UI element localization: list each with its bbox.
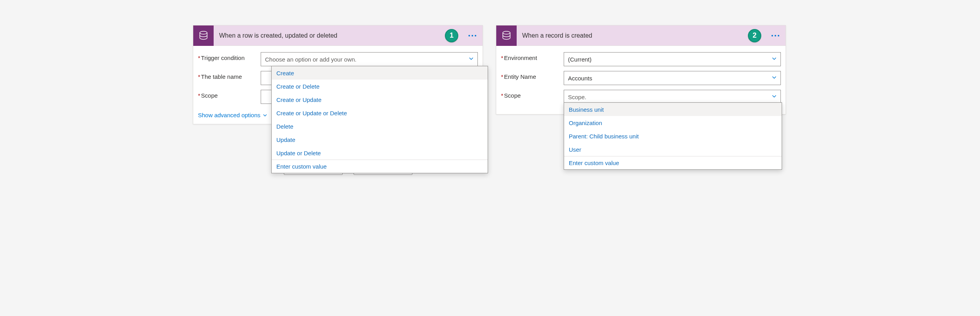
dropdown-option[interactable]: Create xyxy=(272,66,488,80)
row-entity-name: *Entity Name Accounts xyxy=(501,71,781,85)
required-star: * xyxy=(198,92,200,99)
card-header[interactable]: When a row is created, updated or delete… xyxy=(193,25,483,46)
dropdown-option[interactable]: Update xyxy=(272,133,488,146)
required-star: * xyxy=(198,54,200,61)
svg-point-6 xyxy=(775,35,776,36)
dropdown-option[interactable]: Create or Delete xyxy=(272,80,488,93)
trigger-condition-placeholder: Choose an option or add your own. xyxy=(265,56,357,63)
step-badge: 2 xyxy=(748,29,761,42)
dataverse-icon xyxy=(193,25,214,46)
dropdown-option[interactable]: Create or Update xyxy=(272,93,488,106)
label-entity-name: *Entity Name xyxy=(501,71,564,80)
environment-value: (Current) xyxy=(568,56,592,63)
row-scope: *Scope Scope. xyxy=(501,90,781,104)
trigger-condition-dropdown[interactable]: CreateCreate or DeleteCreate or UpdateCr… xyxy=(271,66,488,173)
card-title: When a row is created, updated or delete… xyxy=(214,32,445,39)
svg-point-7 xyxy=(778,35,779,36)
dropdown-option[interactable]: User xyxy=(564,143,782,156)
label-table-name: *The table name xyxy=(198,71,261,80)
entity-name-select[interactable]: Accounts xyxy=(564,71,781,85)
svg-point-2 xyxy=(472,35,473,36)
label-trigger-condition: *Trigger condition xyxy=(198,52,261,61)
svg-point-3 xyxy=(475,35,476,36)
svg-point-1 xyxy=(468,35,470,36)
environment-select[interactable]: (Current) xyxy=(564,52,781,66)
dropdown-option[interactable]: Update or Delete xyxy=(272,146,488,160)
step-badge: 1 xyxy=(445,29,458,42)
dropdown-enter-custom[interactable]: Enter custom value xyxy=(564,156,782,169)
label-environment: *Environment xyxy=(501,52,564,61)
required-star: * xyxy=(501,73,503,80)
svg-point-0 xyxy=(200,31,207,34)
scope-value: Scope. xyxy=(568,94,586,100)
dropdown-option[interactable]: Delete xyxy=(272,120,488,133)
label-scope: *Scope xyxy=(501,90,564,99)
required-star: * xyxy=(501,92,503,99)
required-star: * xyxy=(501,54,503,61)
dropdown-option[interactable]: Create or Update or Delete xyxy=(272,106,488,120)
label-scope: *Scope xyxy=(198,90,261,99)
required-star: * xyxy=(198,73,200,80)
more-button[interactable] xyxy=(465,35,480,37)
show-advanced-options-link[interactable]: Show advanced options xyxy=(198,112,268,118)
row-trigger-condition: *Trigger condition Choose an option or a… xyxy=(198,52,478,66)
svg-point-4 xyxy=(503,31,510,34)
svg-point-5 xyxy=(771,35,773,36)
dataverse-icon xyxy=(496,25,517,46)
dropdown-option[interactable]: Parent: Child business unit xyxy=(564,129,782,143)
card-title: When a record is created xyxy=(517,32,748,39)
entity-name-value: Accounts xyxy=(568,75,592,82)
dropdown-option[interactable]: Organization xyxy=(564,116,782,129)
chevron-down-icon xyxy=(262,112,268,118)
trigger-card-right: When a record is created 2 *Environment … xyxy=(496,25,786,114)
scope-dropdown[interactable]: Business unitOrganizationParent: Child b… xyxy=(564,102,782,170)
dropdown-enter-custom[interactable]: Enter custom value xyxy=(272,160,488,173)
dropdown-option[interactable]: Business unit xyxy=(564,103,782,116)
more-button[interactable] xyxy=(768,35,783,37)
scope-select[interactable]: Scope. xyxy=(564,90,781,104)
trigger-condition-select[interactable]: Choose an option or add your own. xyxy=(261,52,478,66)
row-environment: *Environment (Current) xyxy=(501,52,781,66)
card-header[interactable]: When a record is created 2 xyxy=(496,25,786,46)
